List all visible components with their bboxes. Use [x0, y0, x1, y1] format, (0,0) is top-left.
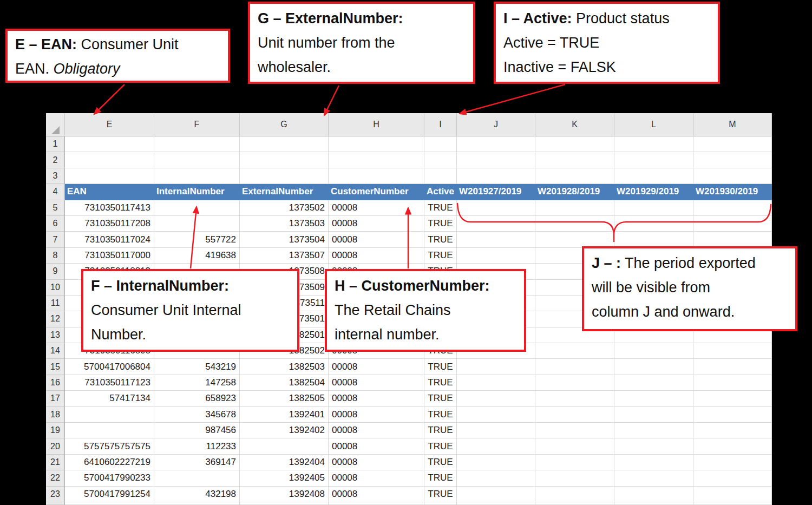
cell-M6[interactable]	[693, 216, 772, 232]
cell-G[interactable]	[240, 502, 329, 505]
cell-M22[interactable]	[693, 470, 772, 486]
cell-E2[interactable]	[65, 152, 154, 168]
cell-I20[interactable]: TRUE	[424, 438, 457, 454]
column-header-E[interactable]: E	[65, 113, 154, 136]
cell-I16[interactable]: TRUE	[424, 375, 457, 391]
cell-L14[interactable]	[614, 343, 693, 359]
cell-L17[interactable]	[614, 391, 693, 406]
cell-I3[interactable]	[424, 168, 457, 184]
cell-H[interactable]	[329, 502, 424, 505]
cell-H8[interactable]: 00008	[329, 248, 424, 264]
column-header-G[interactable]: G	[240, 113, 329, 136]
cell-G8[interactable]: 1373507	[240, 248, 329, 264]
cell-H16[interactable]: 00008	[329, 375, 424, 391]
cell-I4[interactable]: Active	[424, 184, 457, 200]
row-header-11[interactable]: 11	[46, 296, 65, 311]
cell-H5[interactable]: 00008	[329, 200, 424, 216]
cell-J20[interactable]	[457, 438, 535, 454]
row-header-17[interactable]: 17	[46, 391, 65, 406]
cell-M20[interactable]	[693, 438, 772, 454]
row-header-2[interactable]: 2	[46, 152, 65, 168]
cell-E21[interactable]: 6410602227219	[65, 455, 154, 470]
cell-K22[interactable]	[535, 470, 614, 486]
row-header-5[interactable]: 5	[46, 200, 65, 216]
cell-L[interactable]	[614, 502, 693, 505]
cell-L3[interactable]	[614, 168, 693, 184]
cell-J8[interactable]	[457, 248, 535, 264]
row-header-16[interactable]: 16	[46, 375, 65, 391]
cell-E5[interactable]: 7310350117413	[65, 200, 154, 216]
cell-F8[interactable]: 419638	[154, 248, 240, 264]
cell-E7[interactable]: 7310350117024	[65, 232, 154, 247]
cell-F1[interactable]	[154, 136, 240, 152]
cell-M1[interactable]	[693, 136, 772, 152]
cell-H4[interactable]: CustomerNumber	[329, 184, 424, 200]
cell-H19[interactable]: 00008	[329, 423, 424, 438]
cell-J6[interactable]	[457, 216, 535, 232]
cell-J21[interactable]	[457, 455, 535, 470]
cell-M2[interactable]	[693, 152, 772, 168]
row-header-8[interactable]: 8	[46, 248, 65, 264]
cell-E19[interactable]	[65, 423, 154, 438]
cell-M7[interactable]	[693, 232, 772, 247]
row-header-4[interactable]: 4	[46, 184, 65, 200]
cell-J18[interactable]	[457, 407, 535, 423]
cell-F17[interactable]: 658923	[154, 391, 240, 406]
cell-L7[interactable]	[614, 232, 693, 247]
cell-G6[interactable]: 1373503	[240, 216, 329, 232]
cell-M[interactable]	[693, 502, 772, 505]
cell-K[interactable]	[535, 502, 614, 505]
cell-J15[interactable]	[457, 359, 535, 375]
cell-E20[interactable]: 5757575757575	[65, 438, 154, 454]
column-header-K[interactable]: K	[535, 113, 614, 136]
cell-H7[interactable]: 00008	[329, 232, 424, 247]
cell-L21[interactable]	[614, 455, 693, 470]
cell-G16[interactable]: 1382504	[240, 375, 329, 391]
cell-K20[interactable]	[535, 438, 614, 454]
cell-J16[interactable]	[457, 375, 535, 391]
cell-L2[interactable]	[614, 152, 693, 168]
row-header-14[interactable]: 14	[46, 343, 65, 359]
cell-H3[interactable]	[329, 168, 424, 184]
cell-E6[interactable]: 7310350117208	[65, 216, 154, 232]
cell-L5[interactable]	[614, 200, 693, 216]
cell-G15[interactable]: 1382503	[240, 359, 329, 375]
cell-I18[interactable]: TRUE	[424, 407, 457, 423]
cell-F19[interactable]: 987456	[154, 423, 240, 438]
cell-K16[interactable]	[535, 375, 614, 391]
cell-F6[interactable]	[154, 216, 240, 232]
cell-H21[interactable]: 00008	[329, 455, 424, 470]
cell-E1[interactable]	[65, 136, 154, 152]
cell-I22[interactable]: TRUE	[424, 470, 457, 486]
cell-J5[interactable]	[457, 200, 535, 216]
cell-K1[interactable]	[535, 136, 614, 152]
cell-M17[interactable]	[693, 391, 772, 406]
cell-F18[interactable]: 345678	[154, 407, 240, 423]
cell-I19[interactable]: TRUE	[424, 423, 457, 438]
column-header-F[interactable]: F	[154, 113, 240, 136]
cell-L4[interactable]: W201929/2019	[614, 184, 693, 200]
cell-M15[interactable]	[693, 359, 772, 375]
cell-M23[interactable]	[693, 487, 772, 502]
cell-M14[interactable]	[693, 343, 772, 359]
cell-L1[interactable]	[614, 136, 693, 152]
column-header-M[interactable]: M	[693, 113, 772, 136]
cell-I7[interactable]: TRUE	[424, 232, 457, 247]
cell-I21[interactable]: TRUE	[424, 455, 457, 470]
cell-J17[interactable]	[457, 391, 535, 406]
row-header-3[interactable]: 3	[46, 168, 65, 184]
cell-M21[interactable]	[693, 455, 772, 470]
row-header-22[interactable]: 22	[46, 470, 65, 486]
cell-H20[interactable]: 00008	[329, 438, 424, 454]
cell-H17[interactable]: 00008	[329, 391, 424, 406]
column-header-H[interactable]: H	[329, 113, 424, 136]
cell-J7[interactable]	[457, 232, 535, 247]
cell-I5[interactable]: TRUE	[424, 200, 457, 216]
cell-K7[interactable]	[535, 232, 614, 247]
cell-E22[interactable]: 5700417990233	[65, 470, 154, 486]
cell-H6[interactable]: 00008	[329, 216, 424, 232]
cell-I23[interactable]: TRUE	[424, 487, 457, 502]
cell-K3[interactable]	[535, 168, 614, 184]
cell-L23[interactable]	[614, 487, 693, 502]
cell-E17[interactable]: 57417134	[65, 391, 154, 406]
